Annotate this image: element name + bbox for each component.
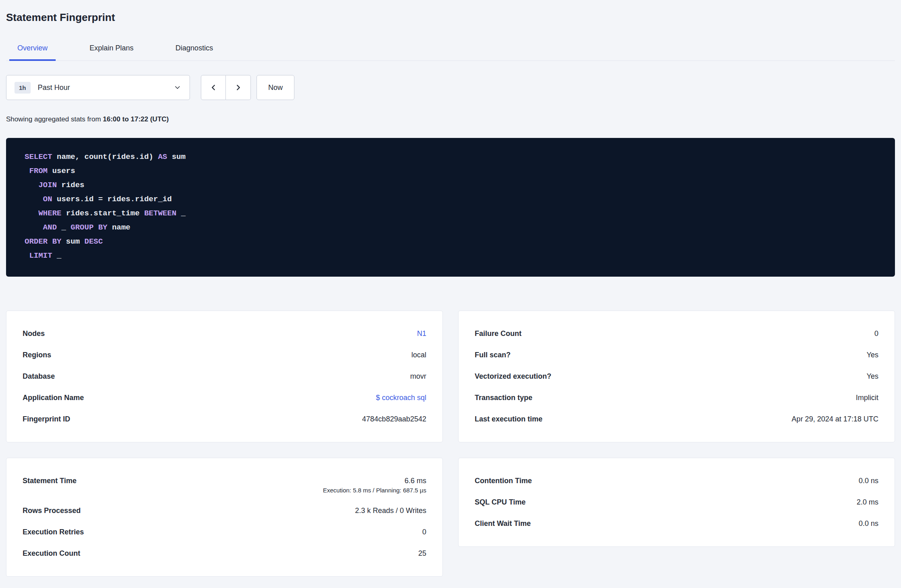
stat-row: Fingerprint ID4784cb829aab2542 bbox=[23, 409, 426, 430]
stat-label: Regions bbox=[23, 351, 51, 359]
sql-keyword: AS bbox=[158, 152, 167, 161]
sql-line: AND _ GROUP BY name bbox=[25, 221, 883, 235]
stat-value: Implicit bbox=[856, 394, 878, 402]
sql-text: _ bbox=[57, 223, 71, 232]
stat-label: Database bbox=[23, 372, 55, 381]
sql-keyword: BETWEEN bbox=[144, 209, 176, 218]
sql-line: WHERE rides.start_time BETWEEN _ bbox=[25, 206, 883, 221]
sql-text: rides.start_time bbox=[61, 209, 144, 218]
stat-row: Statement Time6.6 msExecution: 5.8 ms / … bbox=[23, 470, 426, 500]
sql-keyword: FROM bbox=[29, 167, 48, 175]
stat-value: movr bbox=[410, 372, 426, 381]
sql-code: SELECT name, count(rides.id) AS sum FROM… bbox=[25, 150, 883, 263]
card-wait-timing: Contention Time0.0 nsSQL CPU Time2.0 msC… bbox=[458, 458, 895, 547]
sql-keyword: JOIN bbox=[38, 181, 57, 190]
stat-row: SQL CPU Time2.0 ms bbox=[475, 492, 878, 513]
sql-line: LIMIT _ bbox=[25, 249, 883, 263]
stat-value-wrap: Yes bbox=[867, 351, 878, 359]
chevron-left-icon bbox=[209, 83, 218, 92]
sql-text: _ bbox=[176, 209, 186, 218]
now-button[interactable]: Now bbox=[257, 75, 294, 100]
caption-range: 16:00 to 17:22 (UTC) bbox=[103, 115, 169, 123]
stat-label: Client Wait Time bbox=[475, 519, 531, 528]
details-cards-row: NodesN1RegionslocalDatabasemovrApplicati… bbox=[6, 311, 895, 442]
time-range-badge: 1h bbox=[15, 82, 31, 94]
stat-row: Transaction typeImplicit bbox=[475, 387, 878, 409]
stat-value: 0.0 ns bbox=[859, 519, 878, 528]
sql-text bbox=[25, 195, 43, 204]
stat-value: 25 bbox=[418, 549, 426, 558]
next-time-button[interactable] bbox=[226, 75, 251, 100]
sql-text bbox=[25, 167, 29, 175]
prev-time-button[interactable] bbox=[201, 75, 226, 100]
stat-row: Contention Time0.0 ns bbox=[475, 470, 878, 492]
sql-line: JOIN rides bbox=[25, 178, 883, 192]
stat-value: Apr 29, 2024 at 17:18 UTC bbox=[792, 415, 878, 423]
sql-text: sum bbox=[167, 152, 186, 161]
stat-label: Full scan? bbox=[475, 351, 511, 359]
stat-label: Nodes bbox=[23, 329, 45, 338]
stat-row: Execution Retries0 bbox=[23, 521, 426, 543]
stat-value-wrap: 0.0 ns bbox=[859, 477, 878, 485]
stat-row: Full scan?Yes bbox=[475, 344, 878, 366]
tabs: OverviewExplain PlansDiagnostics bbox=[6, 44, 895, 61]
stat-value-link[interactable]: $ cockroach sql bbox=[376, 394, 426, 402]
stat-value-wrap: 6.6 msExecution: 5.8 ms / Planning: 687.… bbox=[323, 477, 426, 494]
sql-statement-box: SELECT name, count(rides.id) AS sum FROM… bbox=[6, 138, 895, 277]
stat-value: 0 bbox=[874, 329, 878, 338]
stat-label: Rows Processed bbox=[23, 507, 81, 515]
sql-line: FROM users bbox=[25, 164, 883, 178]
sql-text: name, count(rides.id) bbox=[52, 152, 158, 161]
stat-value: 0.0 ns bbox=[859, 477, 878, 485]
sql-text: sum bbox=[61, 237, 84, 246]
stat-row: Last execution timeApr 29, 2024 at 17:18… bbox=[475, 409, 878, 430]
sql-line: SELECT name, count(rides.id) AS sum bbox=[25, 150, 883, 164]
sql-text: users.id = rides.rider_id bbox=[52, 195, 171, 204]
sql-keyword: ON bbox=[43, 195, 52, 204]
stat-value: Yes bbox=[867, 372, 878, 381]
timing-cards-row: Statement Time6.6 msExecution: 5.8 ms / … bbox=[6, 458, 895, 577]
stat-value: Yes bbox=[867, 351, 878, 359]
stat-value-wrap: 2.0 ms bbox=[857, 498, 878, 507]
stat-value-wrap: Implicit bbox=[856, 394, 878, 402]
stat-value-link[interactable]: N1 bbox=[417, 329, 426, 338]
time-arrow-group bbox=[201, 75, 251, 100]
stat-value-wrap: 0 bbox=[874, 329, 878, 338]
stat-value: 2.3 k Reads / 0 Writes bbox=[355, 507, 426, 515]
stat-row: Failure Count0 bbox=[475, 323, 878, 344]
sql-text bbox=[25, 223, 43, 232]
card-execution-attributes: Failure Count0Full scan?YesVectorized ex… bbox=[458, 311, 895, 442]
stat-label: Vectorized execution? bbox=[475, 372, 551, 381]
stat-row: Application Name$ cockroach sql bbox=[23, 387, 426, 409]
tab-diagnostics[interactable]: Diagnostics bbox=[175, 44, 213, 60]
stat-row: Client Wait Time0.0 ns bbox=[475, 513, 878, 534]
stat-value-wrap: $ cockroach sql bbox=[376, 394, 426, 402]
stat-value-wrap: local bbox=[411, 351, 426, 359]
stat-row: Regionslocal bbox=[23, 344, 426, 366]
sql-text bbox=[25, 181, 38, 190]
tab-explain-plans[interactable]: Explain Plans bbox=[90, 44, 133, 60]
card-statement-details: NodesN1RegionslocalDatabasemovrApplicati… bbox=[6, 311, 443, 442]
stat-row: Rows Processed2.3 k Reads / 0 Writes bbox=[23, 500, 426, 521]
sql-text: users bbox=[48, 167, 75, 175]
stat-label: SQL CPU Time bbox=[475, 498, 526, 507]
time-range-select[interactable]: 1h Past Hour bbox=[6, 75, 190, 100]
tab-overview[interactable]: Overview bbox=[17, 44, 48, 60]
stat-value-wrap: N1 bbox=[417, 329, 426, 338]
stat-row: NodesN1 bbox=[23, 323, 426, 344]
sql-keyword: WHERE bbox=[38, 209, 61, 218]
stat-label: Transaction type bbox=[475, 394, 532, 402]
caption-prefix: Showing aggregated stats from bbox=[6, 115, 103, 123]
stat-value-wrap: 0.0 ns bbox=[859, 519, 878, 528]
stat-label: Last execution time bbox=[475, 415, 542, 423]
sql-text bbox=[25, 209, 38, 218]
stat-row: Execution Count25 bbox=[23, 543, 426, 564]
stat-row: Vectorized execution?Yes bbox=[475, 366, 878, 387]
chevron-down-icon bbox=[173, 83, 181, 92]
page-container: Statement Fingerprint OverviewExplain Pl… bbox=[0, 0, 901, 577]
stat-value-wrap: Yes bbox=[867, 372, 878, 381]
time-range-label: Past Hour bbox=[38, 83, 173, 92]
stat-label: Execution Retries bbox=[23, 528, 84, 536]
card-statement-timing: Statement Time6.6 msExecution: 5.8 ms / … bbox=[6, 458, 443, 577]
stat-value: local bbox=[411, 351, 426, 359]
